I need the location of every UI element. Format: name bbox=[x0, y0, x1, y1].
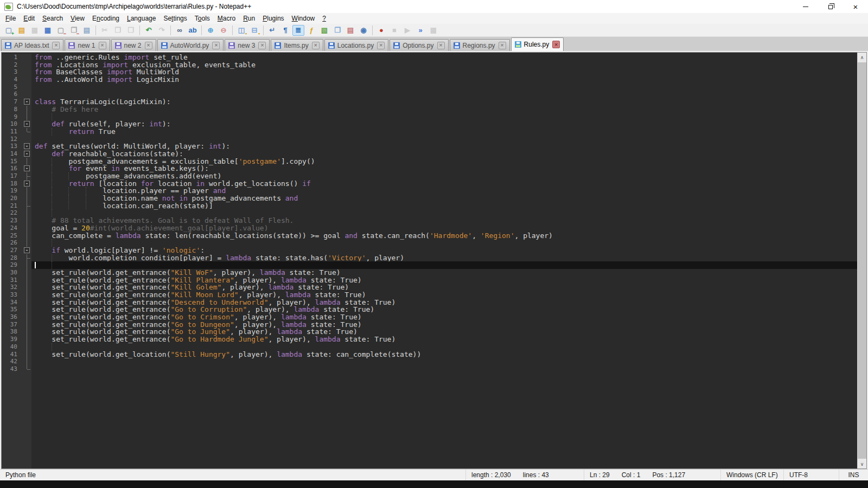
menu-encoding[interactable]: Encoding bbox=[88, 14, 123, 23]
menu-run[interactable]: Run bbox=[239, 14, 259, 23]
notepadpp-logo-icon[interactable] bbox=[4, 3, 13, 11]
close-button[interactable]: × bbox=[843, 0, 868, 13]
tab-locations.py[interactable]: Locations.py× bbox=[324, 39, 388, 51]
tab-new-2[interactable]: new 2× bbox=[111, 39, 156, 51]
code-line: 32 set_rule(world.get_entrance("Kill Gol… bbox=[2, 284, 857, 291]
tab-close-icon[interactable]: × bbox=[99, 42, 106, 49]
macro-record-icon[interactable]: ● bbox=[375, 25, 387, 36]
redo-icon: ↷ bbox=[156, 25, 168, 36]
menu-search[interactable]: Search bbox=[39, 14, 67, 23]
zoom-in-icon[interactable]: ⊕ bbox=[205, 25, 216, 36]
line-number: 28 bbox=[2, 254, 20, 262]
status-caret-position: Ln : 29 Col : 1 Pos : 1,127 bbox=[584, 470, 720, 480]
sync-horizontal-scrolling-icon[interactable]: ⊟▪ bbox=[248, 25, 260, 36]
new-file-icon[interactable]: ▢+ bbox=[3, 25, 15, 36]
scrollbar-up-icon[interactable]: ∧ bbox=[858, 53, 866, 62]
status-line: Ln : 29 bbox=[590, 471, 610, 479]
code-text: def set_rules(world: MultiWorld, player:… bbox=[31, 143, 857, 150]
fold-marker-icon[interactable]: - bbox=[24, 121, 30, 127]
scrollbar-down-icon[interactable]: ∨ bbox=[858, 459, 866, 468]
tab-close-icon[interactable]: × bbox=[145, 42, 152, 49]
code-text: class TerrariaLogic(LogicMixin): bbox=[31, 98, 857, 106]
menu-tools[interactable]: Tools bbox=[191, 14, 214, 23]
vertical-scrollbar[interactable]: ∧ ∨ bbox=[857, 53, 866, 468]
tab-close-icon[interactable]: × bbox=[499, 42, 506, 49]
code-text: set_rule(world.get_entrance("Go to Corru… bbox=[31, 306, 857, 313]
tab-close-icon[interactable]: × bbox=[212, 42, 220, 49]
tab-options.py[interactable]: Options.py× bbox=[390, 39, 448, 51]
tab-regions.py[interactable]: Regions.py× bbox=[450, 39, 510, 51]
menu-settings[interactable]: Settings bbox=[159, 14, 190, 23]
line-number: 6 bbox=[2, 91, 20, 98]
show-all-characters-icon[interactable]: ¶ bbox=[279, 25, 291, 36]
macro-playback-icon: ▶ bbox=[401, 25, 413, 36]
undo-icon[interactable]: ↶ bbox=[143, 25, 155, 36]
zoom-out-icon[interactable]: ⊖ bbox=[218, 25, 229, 36]
menu-edit[interactable]: Edit bbox=[20, 14, 39, 23]
sync-vertical-scrolling-icon[interactable]: ◫▪ bbox=[235, 25, 247, 36]
find-icon[interactable]: ∞ bbox=[174, 25, 186, 36]
tab-items.py[interactable]: Items.py× bbox=[271, 39, 323, 51]
replace-icon[interactable]: ab bbox=[187, 25, 199, 36]
tab-new-1[interactable]: new 1× bbox=[65, 39, 110, 51]
line-number: 36 bbox=[2, 313, 20, 321]
menu-view[interactable]: View bbox=[67, 14, 88, 23]
fold-marker-icon[interactable]: - bbox=[24, 143, 30, 149]
save-file-icon bbox=[228, 42, 235, 49]
code-text bbox=[31, 261, 857, 269]
code-text: location.can_reach(state)] bbox=[31, 202, 857, 210]
menu-macro[interactable]: Macro bbox=[214, 14, 239, 23]
tab-autoworld.py[interactable]: AutoWorld.py× bbox=[157, 39, 224, 51]
close-icon[interactable]: ▢− bbox=[55, 25, 67, 36]
tab-ap-ideas.txt[interactable]: AP Ideas.txt× bbox=[1, 39, 63, 51]
tab-new-3[interactable]: new 3× bbox=[225, 39, 270, 51]
fold-marker-icon[interactable]: - bbox=[24, 181, 30, 187]
fold-marker-icon[interactable]: - bbox=[24, 247, 30, 253]
fold-margin: - bbox=[23, 247, 31, 254]
code-line: 22 bbox=[2, 209, 857, 217]
tab-rules.py[interactable]: Rules.py× bbox=[511, 37, 564, 51]
menu-file[interactable]: File bbox=[2, 14, 20, 23]
restore-button[interactable] bbox=[818, 0, 843, 13]
menu-[interactable]: ? bbox=[318, 14, 330, 23]
tab-close-icon[interactable]: × bbox=[377, 42, 385, 49]
save-all-icon[interactable]: ▦ bbox=[42, 25, 54, 36]
code-text: from ..AutoWorld import LogicMixin bbox=[31, 76, 857, 84]
line-number: 8 bbox=[2, 106, 20, 113]
fold-margin bbox=[23, 277, 31, 284]
tab-label: AutoWorld.py bbox=[170, 42, 209, 49]
document-map-icon[interactable]: ▧ bbox=[318, 25, 330, 36]
fold-marker-icon[interactable]: - bbox=[24, 165, 30, 171]
show-indent-guide-icon[interactable]: ≣ bbox=[292, 25, 304, 36]
status-encoding[interactable]: UTF-8 bbox=[783, 470, 839, 480]
print-icon[interactable]: ▤ bbox=[81, 25, 93, 36]
status-insert-mode[interactable]: INS bbox=[839, 470, 868, 480]
monitoring-icon[interactable]: ◉ bbox=[358, 25, 369, 36]
tab-close-icon[interactable]: × bbox=[312, 42, 320, 49]
fold-marker-icon[interactable]: - bbox=[24, 151, 30, 157]
tab-close-icon[interactable]: × bbox=[52, 42, 60, 49]
menu-window[interactable]: Window bbox=[288, 14, 319, 23]
open-file-icon[interactable]: ▤ bbox=[16, 25, 28, 36]
tab-close-icon[interactable]: × bbox=[437, 42, 445, 49]
tab-close-icon[interactable]: × bbox=[258, 42, 266, 49]
status-eol-format[interactable]: Windows (CR LF) bbox=[720, 470, 783, 480]
folder-as-workspace-icon[interactable]: ▤ bbox=[344, 25, 356, 36]
macro-run-multiple-icon[interactable]: » bbox=[414, 25, 426, 36]
function-list-icon[interactable]: ƒ bbox=[305, 25, 317, 36]
fold-margin bbox=[23, 313, 31, 321]
code-editor[interactable]: 1from ..generic.Rules import set_rule2fr… bbox=[2, 53, 857, 468]
menu-plugins[interactable]: Plugins bbox=[259, 14, 288, 23]
code-text: set_rule(world.get_entrance("Kill WoF", … bbox=[31, 269, 857, 277]
scrollbar-thumb[interactable] bbox=[858, 62, 866, 459]
fold-margin bbox=[23, 106, 31, 113]
tab-close-icon[interactable]: × bbox=[552, 41, 560, 48]
fold-marker-icon[interactable]: - bbox=[24, 99, 30, 105]
menu-language[interactable]: Language bbox=[123, 14, 159, 23]
save-file-icon bbox=[161, 42, 168, 49]
document-list-icon[interactable]: ❐ bbox=[331, 25, 343, 36]
close-all-icon[interactable]: ❐− bbox=[68, 25, 80, 36]
word-wrap-icon[interactable]: ↵ bbox=[266, 25, 278, 36]
minimize-button[interactable] bbox=[793, 0, 818, 13]
code-text: set_rule(world.get_entrance("Go to Dunge… bbox=[31, 321, 857, 329]
